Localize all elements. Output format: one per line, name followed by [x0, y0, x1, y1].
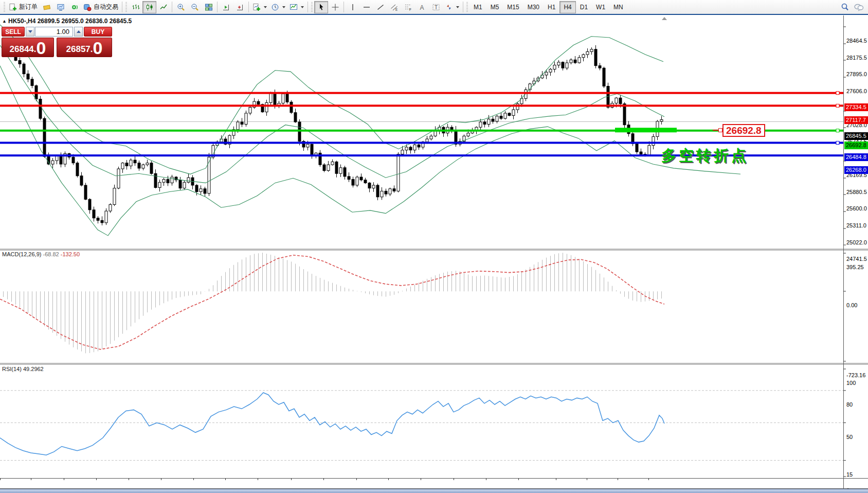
toolbar-separator: [122, 2, 122, 12]
chart-shift-button[interactable]: [233, 1, 247, 13]
sell-price-panel[interactable]: 26844.0: [2, 38, 54, 57]
chart-annotation-text[interactable]: 多空转折点: [661, 146, 749, 166]
timeframe-w1-button[interactable]: W1: [592, 1, 609, 13]
hline-26484.8[interactable]: [0, 142, 843, 144]
line-handle[interactable]: [836, 104, 839, 107]
fibonacci-icon: F: [404, 3, 412, 11]
svg-text:T: T: [435, 5, 438, 10]
timeframe-d1-button[interactable]: D1: [576, 1, 592, 13]
timeframe-m30-button[interactable]: M30: [523, 1, 544, 13]
timeframe-h4-button[interactable]: H4: [559, 1, 575, 13]
indicators-button[interactable]: [250, 1, 269, 13]
auto-trading-button[interactable]: 自动交易: [81, 1, 120, 13]
new-chart-button[interactable]: [40, 1, 53, 13]
price-tick-label: 28464.5: [846, 38, 867, 44]
tile-windows-icon: [205, 3, 213, 11]
callout-handle[interactable]: [718, 128, 722, 132]
buy-button[interactable]: BUY: [84, 27, 112, 37]
toolbar-grip[interactable]: [125, 2, 127, 12]
text-label-icon: T: [432, 3, 440, 11]
sell-button[interactable]: SELL: [2, 27, 25, 37]
volume-input[interactable]: [35, 27, 73, 37]
svg-text:A: A: [420, 4, 424, 11]
auto-scroll-button[interactable]: [219, 1, 233, 13]
hline-27334.5[interactable]: [0, 92, 843, 94]
toolbar-grip[interactable]: [466, 2, 468, 12]
tile-windows-button[interactable]: [202, 1, 215, 13]
toolbar-grip[interactable]: [4, 2, 5, 12]
line-handle[interactable]: [836, 129, 839, 132]
sell-price-frac: 0: [37, 40, 46, 56]
zoom-out-button[interactable]: [188, 1, 202, 13]
toolbar-separator: [343, 2, 344, 12]
candlestick-chart-button[interactable]: [142, 1, 156, 13]
price-tick-label: 15: [846, 471, 853, 478]
fibonacci-tool-button[interactable]: F: [401, 1, 415, 13]
rsi-pane[interactable]: [0, 391, 843, 461]
line-chart-button[interactable]: [156, 1, 170, 13]
line-handle[interactable]: [836, 92, 839, 95]
alerts-button[interactable]: [67, 1, 81, 13]
rsi-line: [0, 393, 664, 455]
collapse-panel-icon[interactable]: ▲: [2, 19, 7, 24]
arrows-tool-button[interactable]: [443, 1, 461, 13]
bar-chart-button[interactable]: [129, 1, 142, 13]
price-tick-label: -723.16: [846, 372, 865, 378]
price-tick-label: 50: [846, 434, 853, 440]
chart-shift-icon: [236, 3, 244, 11]
templates-button[interactable]: [287, 1, 306, 13]
profiles-button[interactable]: [53, 1, 67, 13]
hline-27117.7[interactable]: [0, 104, 843, 107]
toolbar-grip[interactable]: [311, 2, 313, 12]
text-tool-button[interactable]: A: [415, 1, 429, 13]
channel-tool-button[interactable]: E: [387, 1, 401, 13]
clock-icon: [271, 3, 279, 11]
timeframe-m15-button[interactable]: M15: [503, 1, 523, 13]
chart-canvas[interactable]: [0, 0, 868, 493]
dropdown-caret-icon: [264, 6, 267, 8]
horizontal-line-tool-button[interactable]: [359, 1, 373, 13]
toolbar: 新订单 自动交易: [0, 0, 868, 15]
macd-indicator-label: MACD(12,26,9) -68.82 -132.50: [2, 251, 80, 257]
search-button[interactable]: [838, 1, 852, 13]
price-tick-label: 27606.0: [846, 88, 867, 94]
line-handle[interactable]: [836, 141, 839, 144]
new-order-icon: [9, 3, 17, 11]
crosshair-tool-button[interactable]: [328, 1, 342, 13]
arrows-icon: [445, 3, 453, 11]
price-line-label: 26692.8: [844, 142, 868, 149]
price-tick-label: 27895.0: [846, 71, 867, 77]
profiles-icon: [57, 3, 65, 11]
volume-decrease-button[interactable]: [26, 27, 34, 37]
timeframe-m5-button[interactable]: M5: [486, 1, 503, 13]
toolbar-separator: [308, 2, 308, 12]
window-status-strip: [0, 489, 868, 493]
price-tick-label: 24741.5: [846, 256, 867, 262]
timeframe-m1-button[interactable]: M1: [469, 1, 486, 13]
price-callout-label[interactable]: 26692.8: [722, 124, 765, 137]
price-tick-label: 28175.5: [846, 55, 867, 61]
buy-price-panel[interactable]: 26857.0: [57, 38, 112, 57]
volume-increase-button[interactable]: [74, 27, 83, 37]
chat-button[interactable]: [852, 1, 866, 13]
trendline-tool-button[interactable]: [373, 1, 387, 13]
chart-shift-marker[interactable]: [662, 17, 667, 20]
dropdown-caret-icon: [456, 6, 459, 8]
equidistant-channel-icon: E: [390, 3, 399, 11]
indicators-icon: [252, 3, 261, 11]
sell-price-int: 26844: [10, 43, 34, 56]
highlight-zone[interactable]: [615, 128, 677, 132]
timeframe-mn-button[interactable]: MN: [609, 1, 627, 13]
label-tool-button[interactable]: T: [429, 1, 443, 13]
timeframe-h1-button[interactable]: H1: [544, 1, 559, 13]
cursor-tool-button[interactable]: [314, 1, 328, 13]
price-tick-label: 395.25: [846, 264, 864, 270]
macd-pane[interactable]: [0, 253, 664, 353]
periods-button[interactable]: [269, 1, 287, 13]
spin-down-icon: [28, 30, 32, 33]
auto-trading-label: 自动交易: [94, 3, 118, 11]
vertical-line-tool-button[interactable]: [346, 1, 359, 13]
symbol-quote-header: HK50-,H4 26899.5 26955.0 26836.0 26845.5: [8, 17, 132, 25]
zoom-in-button[interactable]: [174, 1, 188, 13]
new-order-button[interactable]: 新订单: [7, 1, 40, 13]
